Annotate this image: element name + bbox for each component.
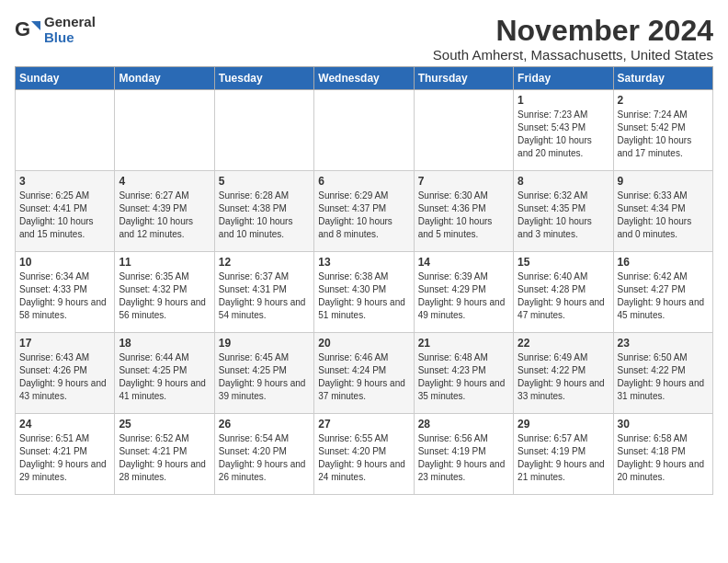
day-number: 30 bbox=[618, 418, 709, 431]
calendar-cell: 12Sunrise: 6:37 AM Sunset: 4:31 PM Dayli… bbox=[214, 252, 313, 333]
weekday-header: Tuesday bbox=[214, 67, 313, 90]
calendar-cell: 13Sunrise: 6:38 AM Sunset: 4:30 PM Dayli… bbox=[314, 252, 414, 333]
calendar-cell: 3Sunrise: 6:25 AM Sunset: 4:41 PM Daylig… bbox=[16, 171, 115, 252]
day-number: 25 bbox=[119, 418, 210, 431]
calendar-cell: 28Sunrise: 6:56 AM Sunset: 4:19 PM Dayli… bbox=[414, 414, 513, 495]
calendar-cell: 6Sunrise: 6:29 AM Sunset: 4:37 PM Daylig… bbox=[314, 171, 414, 252]
calendar-cell: 21Sunrise: 6:48 AM Sunset: 4:23 PM Dayli… bbox=[414, 333, 513, 414]
day-number: 1 bbox=[518, 94, 609, 107]
calendar-cell: 8Sunrise: 6:32 AM Sunset: 4:35 PM Daylig… bbox=[514, 171, 613, 252]
svg-marker-1 bbox=[31, 21, 40, 30]
day-info: Sunrise: 6:30 AM Sunset: 4:36 PM Dayligh… bbox=[418, 190, 509, 241]
calendar-table: SundayMondayTuesdayWednesdayThursdayFrid… bbox=[15, 66, 713, 495]
day-number: 5 bbox=[219, 175, 310, 188]
calendar-cell bbox=[414, 90, 513, 171]
day-number: 29 bbox=[518, 418, 609, 431]
day-number: 20 bbox=[318, 337, 409, 350]
day-info: Sunrise: 6:51 AM Sunset: 4:21 PM Dayligh… bbox=[19, 432, 110, 484]
day-info: Sunrise: 6:32 AM Sunset: 4:35 PM Dayligh… bbox=[518, 190, 609, 241]
calendar-week-row: 17Sunrise: 6:43 AM Sunset: 4:26 PM Dayli… bbox=[16, 333, 713, 414]
day-info: Sunrise: 6:39 AM Sunset: 4:29 PM Dayligh… bbox=[418, 270, 509, 322]
day-number: 6 bbox=[318, 175, 409, 188]
calendar-cell: 2Sunrise: 7:24 AM Sunset: 5:42 PM Daylig… bbox=[613, 90, 712, 171]
day-info: Sunrise: 6:56 AM Sunset: 4:19 PM Dayligh… bbox=[418, 432, 509, 484]
logo: G General Blue bbox=[15, 15, 96, 45]
calendar-cell: 10Sunrise: 6:34 AM Sunset: 4:33 PM Dayli… bbox=[16, 252, 115, 333]
day-info: Sunrise: 7:24 AM Sunset: 5:42 PM Dayligh… bbox=[618, 109, 709, 160]
day-number: 11 bbox=[119, 256, 210, 269]
logo-text: General Blue bbox=[44, 15, 96, 45]
day-info: Sunrise: 6:40 AM Sunset: 4:28 PM Dayligh… bbox=[518, 270, 609, 322]
day-number: 8 bbox=[518, 175, 609, 188]
day-info: Sunrise: 6:45 AM Sunset: 4:25 PM Dayligh… bbox=[219, 351, 310, 403]
logo-blue: Blue bbox=[44, 30, 96, 46]
calendar-cell: 11Sunrise: 6:35 AM Sunset: 4:32 PM Dayli… bbox=[115, 252, 214, 333]
calendar-cell: 15Sunrise: 6:40 AM Sunset: 4:28 PM Dayli… bbox=[514, 252, 613, 333]
calendar-cell: 20Sunrise: 6:46 AM Sunset: 4:24 PM Dayli… bbox=[314, 333, 414, 414]
svg-text:G: G bbox=[15, 17, 30, 40]
day-number: 27 bbox=[318, 418, 409, 431]
day-number: 3 bbox=[19, 175, 110, 188]
calendar-cell: 30Sunrise: 6:58 AM Sunset: 4:18 PM Dayli… bbox=[613, 414, 712, 495]
month-title: November 2024 bbox=[433, 15, 713, 47]
day-info: Sunrise: 6:48 AM Sunset: 4:23 PM Dayligh… bbox=[418, 351, 509, 403]
day-number: 16 bbox=[618, 256, 709, 269]
calendar-cell: 4Sunrise: 6:27 AM Sunset: 4:39 PM Daylig… bbox=[115, 171, 214, 252]
day-info: Sunrise: 6:28 AM Sunset: 4:38 PM Dayligh… bbox=[219, 190, 310, 241]
day-info: Sunrise: 6:37 AM Sunset: 4:31 PM Dayligh… bbox=[219, 270, 310, 322]
day-info: Sunrise: 6:52 AM Sunset: 4:21 PM Dayligh… bbox=[119, 432, 210, 484]
day-info: Sunrise: 6:50 AM Sunset: 4:22 PM Dayligh… bbox=[618, 351, 709, 403]
day-info: Sunrise: 6:42 AM Sunset: 4:27 PM Dayligh… bbox=[618, 270, 709, 322]
day-number: 22 bbox=[518, 337, 609, 350]
day-info: Sunrise: 6:49 AM Sunset: 4:22 PM Dayligh… bbox=[518, 351, 609, 403]
day-number: 2 bbox=[618, 94, 709, 107]
calendar-cell: 5Sunrise: 6:28 AM Sunset: 4:38 PM Daylig… bbox=[214, 171, 313, 252]
logo-general: General bbox=[44, 15, 96, 30]
day-info: Sunrise: 7:23 AM Sunset: 5:43 PM Dayligh… bbox=[518, 109, 609, 160]
day-info: Sunrise: 6:33 AM Sunset: 4:34 PM Dayligh… bbox=[618, 190, 709, 241]
day-info: Sunrise: 6:46 AM Sunset: 4:24 PM Dayligh… bbox=[318, 351, 409, 403]
calendar-week-row: 24Sunrise: 6:51 AM Sunset: 4:21 PM Dayli… bbox=[16, 414, 713, 495]
day-number: 13 bbox=[318, 256, 409, 269]
logo-icon: G bbox=[15, 17, 40, 43]
day-info: Sunrise: 6:29 AM Sunset: 4:37 PM Dayligh… bbox=[318, 190, 409, 241]
calendar-cell bbox=[214, 90, 313, 171]
calendar-cell: 9Sunrise: 6:33 AM Sunset: 4:34 PM Daylig… bbox=[613, 171, 712, 252]
calendar-cell: 25Sunrise: 6:52 AM Sunset: 4:21 PM Dayli… bbox=[115, 414, 214, 495]
calendar-cell bbox=[314, 90, 414, 171]
day-number: 4 bbox=[119, 175, 210, 188]
calendar-cell: 7Sunrise: 6:30 AM Sunset: 4:36 PM Daylig… bbox=[414, 171, 513, 252]
calendar-week-row: 1Sunrise: 7:23 AM Sunset: 5:43 PM Daylig… bbox=[16, 90, 713, 171]
calendar-week-row: 10Sunrise: 6:34 AM Sunset: 4:33 PM Dayli… bbox=[16, 252, 713, 333]
location-title: South Amherst, Massachusetts, United Sta… bbox=[433, 47, 713, 63]
weekday-header: Saturday bbox=[613, 67, 712, 90]
day-number: 15 bbox=[518, 256, 609, 269]
day-info: Sunrise: 6:35 AM Sunset: 4:32 PM Dayligh… bbox=[119, 270, 210, 322]
day-info: Sunrise: 6:57 AM Sunset: 4:19 PM Dayligh… bbox=[518, 432, 609, 484]
weekday-header: Thursday bbox=[414, 67, 513, 90]
day-number: 17 bbox=[19, 337, 110, 350]
day-number: 18 bbox=[119, 337, 210, 350]
calendar-cell: 14Sunrise: 6:39 AM Sunset: 4:29 PM Dayli… bbox=[414, 252, 513, 333]
weekday-header-row: SundayMondayTuesdayWednesdayThursdayFrid… bbox=[16, 67, 713, 90]
calendar-cell: 27Sunrise: 6:55 AM Sunset: 4:20 PM Dayli… bbox=[314, 414, 414, 495]
header: G General Blue November 2024 South Amher… bbox=[15, 15, 713, 63]
title-block: November 2024 South Amherst, Massachuset… bbox=[433, 15, 713, 63]
weekday-header: Wednesday bbox=[314, 67, 414, 90]
calendar-cell: 1Sunrise: 7:23 AM Sunset: 5:43 PM Daylig… bbox=[514, 90, 613, 171]
weekday-header: Friday bbox=[514, 67, 613, 90]
calendar-cell: 19Sunrise: 6:45 AM Sunset: 4:25 PM Dayli… bbox=[214, 333, 313, 414]
day-number: 26 bbox=[219, 418, 310, 431]
weekday-header: Sunday bbox=[16, 67, 115, 90]
calendar-cell: 29Sunrise: 6:57 AM Sunset: 4:19 PM Dayli… bbox=[514, 414, 613, 495]
day-info: Sunrise: 6:44 AM Sunset: 4:25 PM Dayligh… bbox=[119, 351, 210, 403]
calendar-cell bbox=[115, 90, 214, 171]
day-info: Sunrise: 6:27 AM Sunset: 4:39 PM Dayligh… bbox=[119, 190, 210, 241]
day-number: 10 bbox=[19, 256, 110, 269]
day-info: Sunrise: 6:38 AM Sunset: 4:30 PM Dayligh… bbox=[318, 270, 409, 322]
day-number: 12 bbox=[219, 256, 310, 269]
calendar-cell: 26Sunrise: 6:54 AM Sunset: 4:20 PM Dayli… bbox=[214, 414, 313, 495]
day-number: 23 bbox=[618, 337, 709, 350]
day-number: 24 bbox=[19, 418, 110, 431]
calendar-cell: 16Sunrise: 6:42 AM Sunset: 4:27 PM Dayli… bbox=[613, 252, 712, 333]
